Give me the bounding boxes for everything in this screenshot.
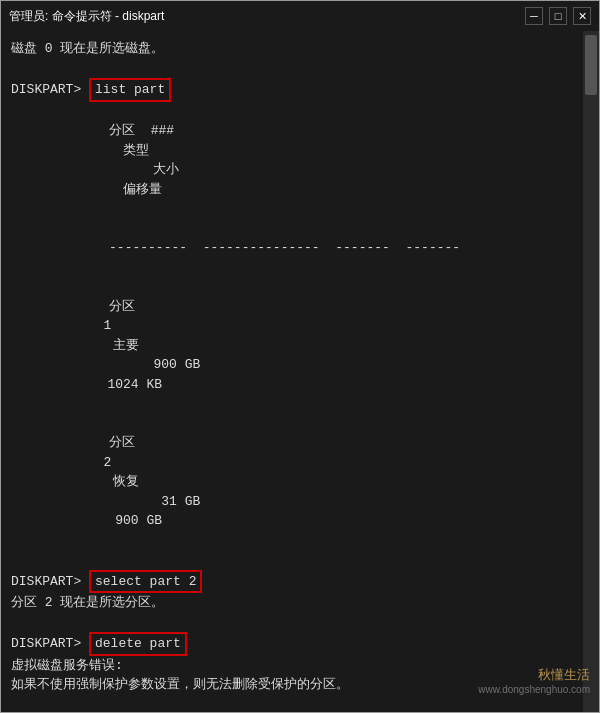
cmd-listpart: list part xyxy=(89,78,171,102)
table-sep-line: ---------- --------------- ------- -----… xyxy=(31,219,573,278)
cmd-deletepart1: delete part xyxy=(89,632,187,656)
scrollbar-thumb[interactable] xyxy=(585,35,597,95)
row1-size: 900 GB xyxy=(153,357,200,372)
cmd-block-2: DISKPART> select part 2 xyxy=(11,570,573,594)
line-vdisk2: 如果不使用强制保护参数设置，则无法删除受保护的分区。 xyxy=(11,675,573,695)
maximize-button[interactable]: □ xyxy=(549,7,567,25)
blank3 xyxy=(11,613,573,633)
close-button[interactable]: ✕ xyxy=(573,7,591,25)
blank1 xyxy=(11,59,573,79)
col-offset: 偏移量 xyxy=(123,182,162,197)
line-vdisk1: 虚拟磁盘服务错误: xyxy=(11,656,573,676)
row1-offset: 1024 KB xyxy=(107,377,162,392)
prompt-1: DISKPART> xyxy=(11,80,89,100)
cmd-selectpart: select part 2 xyxy=(89,570,202,594)
separator: ---------- --------------- ------- -----… xyxy=(93,240,460,255)
table-header-line: 分区 ### 类型 大小 偏移量 xyxy=(31,102,573,219)
row2-type: 恢复 xyxy=(113,474,139,489)
table-row2: 分区 2 恢复 31 GB 900 GB xyxy=(31,414,573,551)
line-part-selected: 分区 2 现在是所选分区。 xyxy=(11,593,573,613)
table-row1: 分区 1 主要 900 GB 1024 KB xyxy=(31,277,573,414)
cmd-block-3: DISKPART> delete part xyxy=(11,632,573,656)
col-size: 大小 xyxy=(153,162,179,177)
prompt-2: DISKPART> xyxy=(11,572,89,592)
col-part: 分区 ### xyxy=(93,123,174,138)
prompt-3: DISKPART> xyxy=(11,634,89,654)
blank2 xyxy=(11,550,573,570)
row1-type: 主要 xyxy=(113,338,139,353)
titlebar: 管理员: 命令提示符 - diskpart ─ □ ✕ xyxy=(1,1,599,31)
content-area: 磁盘 0 现在是所选磁盘。 DISKPART> list part 分区 ###… xyxy=(1,31,599,712)
row1-part: 分区 xyxy=(93,299,135,314)
cmd-block-1: DISKPART> list part xyxy=(11,78,573,102)
row2-part: 分区 xyxy=(93,435,135,450)
row2-size: 31 GB xyxy=(153,494,200,509)
scrollbar-vertical[interactable] xyxy=(583,31,599,712)
terminal[interactable]: 磁盘 0 现在是所选磁盘。 DISKPART> list part 分区 ###… xyxy=(1,31,583,712)
window: 管理员: 命令提示符 - diskpart ─ □ ✕ 磁盘 0 现在是所选磁盘… xyxy=(0,0,600,713)
row1-num: 1 xyxy=(103,318,111,333)
row2-num: 2 xyxy=(103,455,111,470)
blank4 xyxy=(11,695,573,713)
window-title: 管理员: 命令提示符 - diskpart xyxy=(9,8,164,25)
minimize-button[interactable]: ─ xyxy=(525,7,543,25)
line-disk-selected: 磁盘 0 现在是所选磁盘。 xyxy=(11,39,573,59)
window-controls[interactable]: ─ □ ✕ xyxy=(525,7,591,25)
col-type: 类型 xyxy=(123,143,149,158)
row2-offset: 900 GB xyxy=(107,513,162,528)
